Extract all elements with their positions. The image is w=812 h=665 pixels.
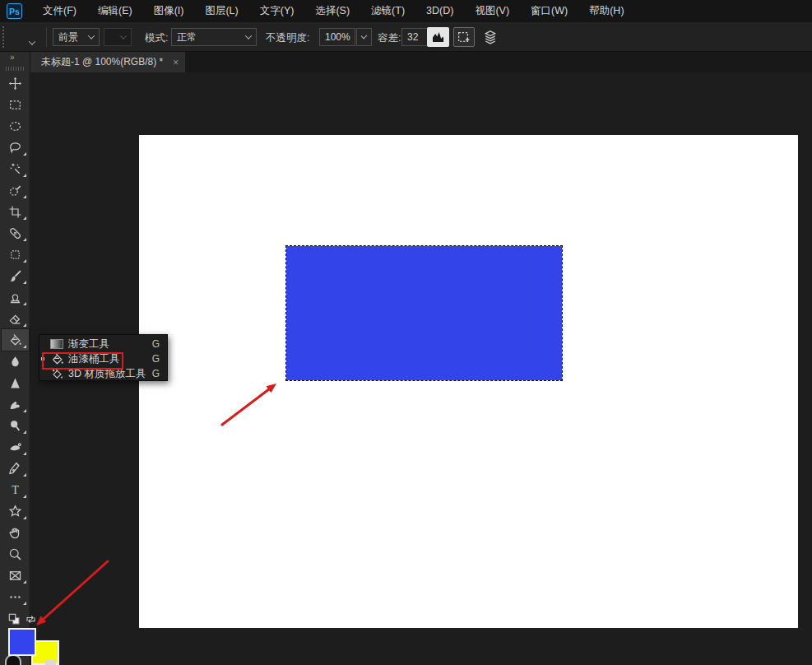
tool-more-tools[interactable] bbox=[2, 586, 29, 607]
tool-paint-bucket[interactable] bbox=[2, 329, 29, 351]
options-bar: 前景 模式: 正常 不透明度: 100% 容差: 32 bbox=[0, 22, 812, 52]
tool-type[interactable]: T bbox=[2, 479, 29, 500]
tolerance-value: 32 bbox=[407, 31, 418, 43]
chevron-down-icon bbox=[361, 33, 368, 40]
menu-item-help[interactable]: 帮助(H) bbox=[578, 0, 634, 22]
tool-ellipse-marquee[interactable] bbox=[2, 115, 29, 137]
chevron-down-icon bbox=[245, 32, 252, 39]
tool-lasso[interactable] bbox=[2, 137, 29, 158]
flyout-item-label: 油漆桶工具 bbox=[68, 352, 120, 366]
flyout-item-gradient-tool[interactable]: 渐变工具G bbox=[39, 337, 167, 351]
menu-items: 文件(F)编辑(E)图像(I)图层(L)文字(Y)选择(S)滤镜(T)3D(D)… bbox=[32, 0, 635, 22]
tool-dodge[interactable] bbox=[2, 415, 29, 436]
current-tool-bullet bbox=[41, 357, 44, 360]
tool-brush[interactable] bbox=[2, 265, 29, 286]
document-tab-bar: 未标题-1 @ 100%(RGB/8) * × bbox=[30, 52, 812, 72]
tool-healing-brush[interactable] bbox=[2, 222, 29, 244]
tool-move[interactable] bbox=[2, 72, 29, 94]
flyout-item-label: 3D 材质拖放工具 bbox=[68, 367, 146, 381]
fill-source-value: 前景 bbox=[58, 30, 78, 44]
flyout-item-material-drop-tool[interactable]: 3D 材质拖放工具G bbox=[39, 366, 167, 381]
separator bbox=[46, 27, 47, 47]
menu-item-type[interactable]: 文字(Y) bbox=[249, 0, 305, 22]
menu-item-filter[interactable]: 滤镜(T) bbox=[360, 0, 415, 22]
mode-label: 模式: bbox=[145, 31, 168, 45]
tool-magic-wand[interactable] bbox=[2, 158, 29, 179]
tool-smudge[interactable] bbox=[2, 393, 29, 415]
tool-preset-chevron-icon[interactable] bbox=[30, 34, 35, 49]
opacity-label: 不透明度: bbox=[266, 31, 309, 45]
tool-zoom[interactable] bbox=[2, 543, 29, 565]
default-colors-icon[interactable] bbox=[8, 613, 21, 629]
menu-item-select[interactable]: 选择(S) bbox=[304, 0, 360, 22]
menu-item-edit[interactable]: 编辑(E) bbox=[87, 0, 143, 22]
tool-custom-shape[interactable] bbox=[2, 500, 29, 522]
tool-clone-stamp[interactable] bbox=[2, 286, 29, 308]
anti-alias-toggle[interactable] bbox=[427, 27, 449, 47]
menu-item-image[interactable]: 图像(I) bbox=[143, 0, 195, 22]
opacity-input[interactable]: 100% bbox=[319, 28, 355, 46]
tool-pen[interactable] bbox=[2, 458, 29, 479]
contiguous-toggle[interactable] bbox=[453, 27, 475, 47]
opacity-dropdown-button[interactable] bbox=[356, 28, 372, 46]
screen-mode-button[interactable] bbox=[45, 660, 56, 665]
document-canvas[interactable] bbox=[139, 135, 798, 628]
paint-bucket-flyout-menu: 渐变工具G油漆桶工具G3D 材质拖放工具G bbox=[39, 334, 168, 381]
chevron-down-icon bbox=[88, 32, 95, 39]
menu-item-layer[interactable]: 图层(L) bbox=[194, 0, 248, 22]
mode-select[interactable]: 正常 bbox=[171, 28, 257, 46]
menu-item-view[interactable]: 视图(V) bbox=[464, 0, 520, 22]
close-icon[interactable]: × bbox=[173, 57, 179, 68]
chevron-down-icon bbox=[120, 32, 127, 39]
foreground-color-swatch[interactable] bbox=[8, 628, 36, 656]
filled-selection-rectangle[interactable] bbox=[285, 245, 563, 381]
toolbar-grip[interactable] bbox=[6, 67, 24, 71]
tool-bar: » T bbox=[0, 52, 30, 665]
mode-value: 正常 bbox=[177, 30, 197, 44]
svg-text:T: T bbox=[12, 483, 19, 496]
tool-burn[interactable] bbox=[2, 436, 29, 458]
options-grip[interactable] bbox=[2, 26, 6, 48]
toolbar-tools: T bbox=[0, 72, 30, 607]
tolerance-label: 容差: bbox=[378, 31, 401, 45]
flyout-item-shortcut: G bbox=[152, 368, 160, 379]
tool-rect-marquee[interactable] bbox=[2, 94, 29, 115]
tool-selection-brush[interactable] bbox=[2, 179, 29, 201]
fill-source-select[interactable]: 前景 bbox=[53, 28, 100, 46]
tool-patch[interactable] bbox=[2, 244, 29, 265]
tool-sharpen[interactable] bbox=[2, 372, 29, 393]
opacity-value: 100% bbox=[325, 31, 350, 43]
gradient-swatch-icon bbox=[50, 339, 64, 350]
flyout-item-paint-bucket-tool[interactable]: 油漆桶工具G bbox=[39, 351, 167, 366]
tool-eraser[interactable] bbox=[2, 308, 29, 329]
document-tab[interactable]: 未标题-1 @ 100%(RGB/8) * × bbox=[30, 52, 185, 72]
document-title: 未标题-1 @ 100%(RGB/8) * bbox=[41, 55, 163, 69]
swap-colors-icon[interactable] bbox=[25, 613, 37, 629]
flyout-item-shortcut: G bbox=[152, 353, 160, 365]
menu-item-window[interactable]: 窗口(W) bbox=[520, 0, 578, 22]
menu-item-3d[interactable]: 3D(D) bbox=[415, 0, 464, 22]
sample-all-layers-toggle[interactable] bbox=[480, 27, 500, 47]
material-drop-icon bbox=[50, 369, 64, 379]
flyout-item-shortcut: G bbox=[152, 338, 160, 350]
toolbar-expand-button[interactable]: » bbox=[0, 52, 30, 62]
tool-blur[interactable] bbox=[2, 351, 29, 372]
photoshop-logo: Ps bbox=[7, 3, 22, 19]
pattern-picker-disabled bbox=[104, 28, 132, 46]
tool-slice[interactable] bbox=[2, 565, 29, 586]
tool-hand[interactable] bbox=[2, 522, 29, 543]
tool-crop[interactable] bbox=[2, 201, 29, 222]
paint-bucket-icon bbox=[50, 354, 64, 365]
menu-item-file[interactable]: 文件(F) bbox=[32, 0, 87, 22]
menu-bar: Ps 文件(F)编辑(E)图像(I)图层(L)文字(Y)选择(S)滤镜(T)3D… bbox=[0, 0, 812, 22]
flyout-item-label: 渐变工具 bbox=[68, 337, 109, 351]
